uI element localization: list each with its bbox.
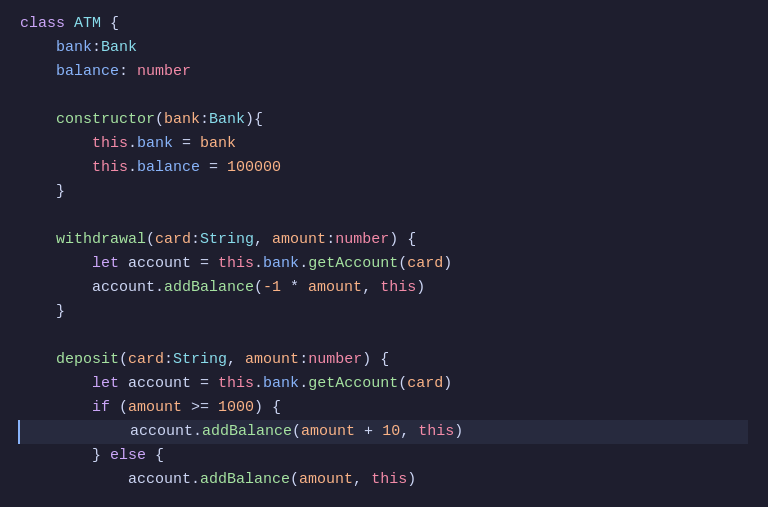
var-account1: account <box>128 252 191 276</box>
this-kw-5: this <box>218 372 254 396</box>
account-ref2: account <box>130 420 193 444</box>
param-card1: card <box>155 228 191 252</box>
this-kw-3: this <box>218 252 254 276</box>
this-bank: bank <box>137 132 173 156</box>
arg-amount3: amount <box>299 468 353 492</box>
method-getaccount1: getAccount <box>308 252 398 276</box>
type-number3: number <box>308 348 362 372</box>
this-kw-1: this <box>92 132 128 156</box>
code-line-12: account.addBalance(-1 * amount, this) <box>20 276 748 300</box>
type-string2: String <box>173 348 227 372</box>
method-addbalance3: addBalance <box>200 468 290 492</box>
type-number2: number <box>335 228 389 252</box>
bank-ref2: bank <box>263 372 299 396</box>
this-kw-2: this <box>92 156 128 180</box>
code-line-8: } <box>20 180 748 204</box>
method-withdrawal: withdrawal <box>56 228 146 252</box>
this-balance: balance <box>137 156 200 180</box>
method-constructor: constructor <box>56 108 155 132</box>
code-line-15: deposit(card:String, amount:number) { <box>20 348 748 372</box>
arg-amount1: amount <box>308 276 362 300</box>
type-string1: String <box>200 228 254 252</box>
param-amount2: amount <box>245 348 299 372</box>
val-1000: 1000 <box>218 396 254 420</box>
method-getaccount2: getAccount <box>308 372 398 396</box>
code-line-14 <box>20 324 748 348</box>
code-line-19: } else { <box>20 444 748 468</box>
code-line-13: } <box>20 300 748 324</box>
kw-let2: let <box>92 372 119 396</box>
val-neg1: -1 <box>263 276 281 300</box>
this-kw-6: this <box>418 420 454 444</box>
bank-ref1: bank <box>263 252 299 276</box>
param-card2: card <box>128 348 164 372</box>
kw-if: if <box>92 396 110 420</box>
val-10: 10 <box>382 420 400 444</box>
type-bank: Bank <box>101 36 137 60</box>
arg-card1: card <box>407 252 443 276</box>
account-ref1: account <box>92 276 155 300</box>
code-line-9 <box>20 204 748 228</box>
code-line-10: withdrawal(card:String, amount:number) { <box>20 228 748 252</box>
account-ref3: account <box>128 468 191 492</box>
code-line-7: this.balance = 100000 <box>20 156 748 180</box>
code-line-21 <box>20 492 748 507</box>
code-line-5: constructor(bank:Bank){ <box>20 108 748 132</box>
val-bank: bank <box>200 132 236 156</box>
class-name: ATM <box>74 12 101 36</box>
method-addbalance1: addBalance <box>164 276 254 300</box>
code-line-4 <box>20 84 748 108</box>
this-kw-7: this <box>371 468 407 492</box>
kw-let1: let <box>92 252 119 276</box>
val-100000: 100000 <box>227 156 281 180</box>
type-number: number <box>137 60 191 84</box>
method-deposit: deposit <box>56 348 119 372</box>
prop-balance: balance <box>56 60 119 84</box>
code-line-17: if (amount >= 1000) { <box>20 396 748 420</box>
code-line-20: account.addBalance(amount, this) <box>20 468 748 492</box>
param-amount1: amount <box>272 228 326 252</box>
code-line-11: let account = this.bank.getAccount(card) <box>20 252 748 276</box>
code-line-3: balance: number <box>20 60 748 84</box>
param-bank: bank <box>164 108 200 132</box>
code-line-6: this.bank = bank <box>20 132 748 156</box>
code-editor: class ATM { bank:Bank balance: number co… <box>0 0 768 507</box>
var-account2: account <box>128 372 191 396</box>
code-line-16: let account = this.bank.getAccount(card) <box>20 372 748 396</box>
kw-else: else <box>110 444 146 468</box>
code-line-18: account.addBalance(amount + 10, this) <box>18 420 748 444</box>
this-kw-4: this <box>380 276 416 300</box>
cond-amount: amount <box>128 396 182 420</box>
code-line-2: bank:Bank <box>20 36 748 60</box>
arg-card2: card <box>407 372 443 396</box>
prop-bank: bank <box>56 36 92 60</box>
method-addbalance2: addBalance <box>202 420 292 444</box>
code-line-1: class ATM { <box>20 12 748 36</box>
type-bank2: Bank <box>209 108 245 132</box>
keyword-class: class <box>20 12 65 36</box>
arg-amount2: amount <box>301 420 355 444</box>
